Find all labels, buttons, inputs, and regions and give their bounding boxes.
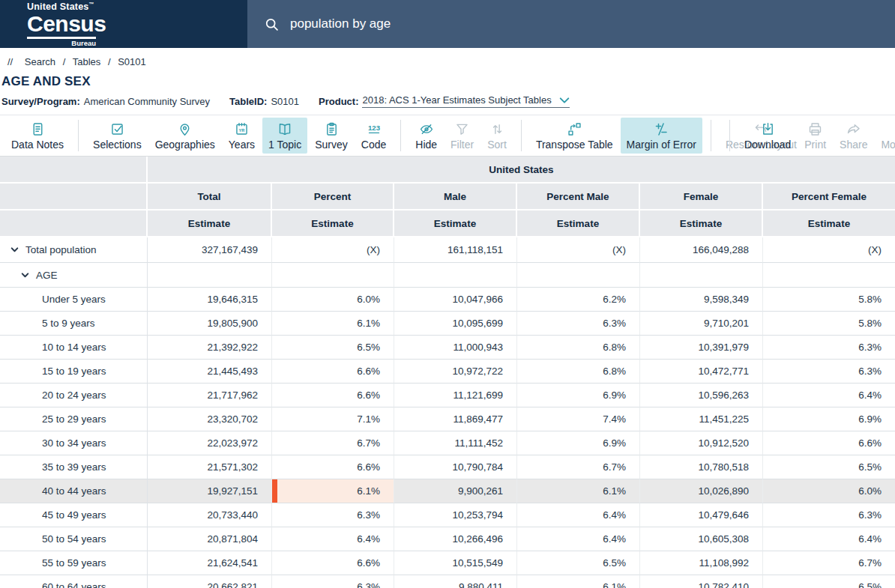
column-header-percent[interactable]: Percent (272, 184, 394, 210)
data-cell[interactable]: 21,445,493 (148, 360, 272, 384)
data-cell[interactable]: 10,605,308 (640, 527, 763, 551)
data-cell[interactable]: 6.9% (763, 407, 895, 431)
toolbar-years-button[interactable]: YR Years (223, 118, 261, 154)
data-cell[interactable]: 6.8% (517, 336, 640, 360)
column-header-total[interactable]: Total (148, 184, 272, 210)
data-cell[interactable]: 9,900,261 (394, 479, 517, 503)
data-cell[interactable]: 11,121,699 (394, 384, 517, 407)
data-cell[interactable]: 21,571,302 (148, 455, 272, 479)
breadcrumb-tables[interactable]: Tables (73, 56, 101, 67)
row-label-cell[interactable]: Total population (0, 237, 148, 263)
data-cell[interactable]: 21,392,922 (148, 336, 272, 360)
data-cell[interactable]: 5.8% (763, 312, 895, 336)
data-cell[interactable]: (X) (272, 237, 394, 263)
data-cell[interactable]: 166,049,288 (640, 237, 763, 263)
toolbar-filter-button[interactable]: Filter (445, 118, 480, 154)
column-header-percent-male[interactable]: Percent Male (517, 184, 640, 210)
data-cell[interactable]: 19,805,900 (148, 312, 272, 336)
data-cell[interactable]: 11,451,225 (640, 407, 763, 431)
breadcrumb-table-id[interactable]: S0101 (118, 56, 146, 67)
data-cell[interactable]: 6.4% (517, 527, 640, 551)
data-cell[interactable]: 6.0% (272, 288, 394, 312)
toolbar-geographies-button[interactable]: Geographies (149, 118, 221, 154)
data-cell[interactable]: 6.1% (517, 479, 640, 503)
data-cell[interactable]: 11,000,943 (394, 336, 517, 360)
data-cell[interactable] (272, 263, 394, 288)
data-cell[interactable]: 10,266,496 (394, 527, 517, 551)
data-cell[interactable]: 20,871,804 (148, 527, 272, 551)
data-cell[interactable]: 21,717,962 (148, 384, 272, 407)
data-cell[interactable]: (X) (517, 237, 640, 263)
data-cell[interactable]: 6.3% (272, 503, 394, 527)
data-cell[interactable]: 6.1% (272, 312, 394, 336)
data-cell[interactable]: 6.3% (763, 503, 895, 527)
data-cell[interactable] (517, 263, 640, 288)
data-cell[interactable]: 7.1% (272, 407, 394, 431)
toolbar-margin-of-error-button[interactable]: Margin of Error (621, 118, 702, 154)
data-cell[interactable]: 11,108,992 (640, 551, 763, 575)
data-cell[interactable]: 11,111,452 (394, 431, 517, 455)
data-cell[interactable]: 6.3% (763, 360, 895, 384)
data-cell[interactable]: 10,790,784 (394, 455, 517, 479)
estimate-subheader[interactable]: Estimate (272, 210, 394, 237)
data-cell[interactable]: 6.3% (272, 575, 394, 588)
data-cell[interactable]: 23,320,702 (148, 407, 272, 431)
toolbar-share-button[interactable]: Share (834, 118, 873, 154)
row-expand-chevron-icon[interactable] (10, 245, 19, 255)
row-label-cell[interactable]: 20 to 24 years (0, 384, 148, 407)
data-cell[interactable]: 6.6% (272, 551, 394, 575)
data-cell[interactable]: 6.4% (517, 503, 640, 527)
row-label-cell[interactable]: 30 to 34 years (0, 431, 148, 455)
estimate-subheader[interactable]: Estimate (148, 210, 272, 237)
data-cell[interactable]: 6.5% (272, 336, 394, 360)
data-cell[interactable]: 10,782,410 (640, 575, 763, 588)
row-label-cell[interactable]: 40 to 44 years (0, 479, 148, 503)
data-cell[interactable]: 11,869,477 (394, 407, 517, 431)
search-bar[interactable] (247, 0, 895, 48)
data-cell[interactable]: 6.9% (517, 384, 640, 407)
data-cell[interactable]: 6.3% (517, 312, 640, 336)
data-cell[interactable]: 20,733,440 (148, 503, 272, 527)
row-label-cell[interactable]: 5 to 9 years (0, 312, 148, 336)
data-cell[interactable]: 10,596,263 (640, 384, 763, 407)
row-label-cell[interactable]: 60 to 64 years (0, 575, 148, 588)
toolbar-hide-button[interactable]: Hide (409, 118, 443, 154)
data-cell[interactable] (148, 263, 272, 288)
toolbar-survey-button[interactable]: Survey (309, 118, 354, 154)
data-cell[interactable]: 10,515,549 (394, 551, 517, 575)
row-label-cell[interactable]: 45 to 49 years (0, 503, 148, 527)
data-cell[interactable]: 10,253,794 (394, 503, 517, 527)
product-select[interactable]: 2018: ACS 1-Year Estimates Subject Table… (362, 94, 569, 108)
data-cell[interactable]: 6.9% (517, 431, 640, 455)
breadcrumb-search[interactable]: Search (25, 56, 55, 67)
data-cell[interactable]: 6.4% (763, 527, 895, 551)
data-cell[interactable]: 9,880,411 (394, 575, 517, 588)
data-cell[interactable]: 22,023,972 (148, 431, 272, 455)
data-cell[interactable]: 19,927,151 (148, 479, 272, 503)
data-cell[interactable]: 6.5% (517, 551, 640, 575)
toolbar-download-button[interactable]: Download (738, 118, 797, 154)
data-cell[interactable]: 10,391,979 (640, 336, 763, 360)
data-cell[interactable]: 6.2% (517, 288, 640, 312)
toolbar-topic-button[interactable]: 1 Topic (262, 118, 307, 154)
toolbar-transpose-table-button[interactable]: Transpose Table (530, 118, 619, 154)
data-cell[interactable]: 21,624,541 (148, 551, 272, 575)
data-cell[interactable]: 6.4% (763, 384, 895, 407)
data-cell[interactable]: 6.5% (763, 575, 895, 588)
data-cell[interactable]: 10,047,966 (394, 288, 517, 312)
estimate-subheader[interactable]: Estimate (763, 210, 895, 237)
data-cell[interactable]: 6.7% (272, 431, 394, 455)
data-cell[interactable]: 7.4% (517, 407, 640, 431)
row-label-cell[interactable]: 15 to 19 years (0, 360, 148, 384)
geo-header[interactable]: United States (148, 157, 895, 184)
toolbar-more-data-button[interactable]: FTP More Data (875, 118, 895, 154)
data-cell[interactable]: 6.4% (272, 527, 394, 551)
estimate-subheader[interactable]: Estimate (517, 210, 640, 237)
data-cell[interactable]: 20,662,821 (148, 575, 272, 588)
data-cell[interactable]: 6.0% (763, 479, 895, 503)
data-cell[interactable]: 5.8% (763, 288, 895, 312)
data-cell[interactable]: 10,912,520 (640, 431, 763, 455)
census-logo[interactable]: United States™ Census Bureau (0, 0, 247, 48)
row-label-cell[interactable]: 10 to 14 years (0, 336, 148, 360)
data-cell[interactable]: 10,479,646 (640, 503, 763, 527)
